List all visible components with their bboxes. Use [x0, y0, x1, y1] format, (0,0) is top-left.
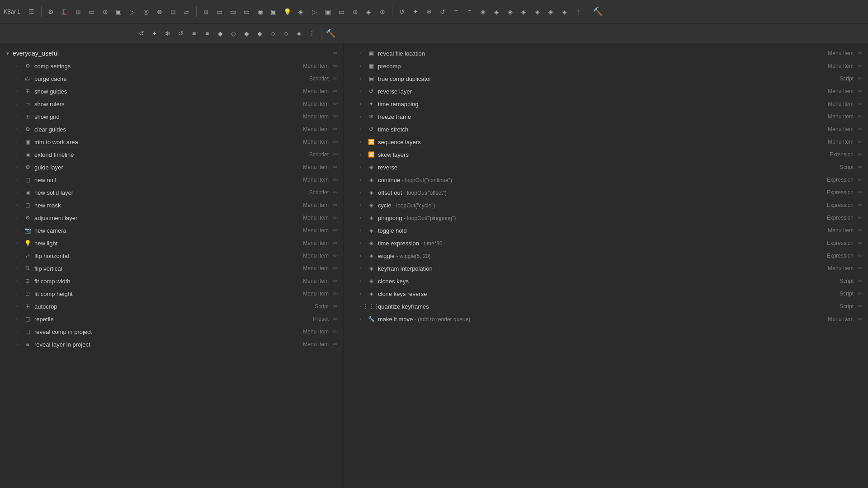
row-edit-icon[interactable] — [858, 177, 863, 183]
row-edit-icon[interactable] — [333, 126, 338, 132]
left-menu-row[interactable]: › ⊞ show grid Menu Item — [0, 110, 343, 123]
row-edit-icon[interactable] — [858, 265, 863, 272]
row-edit-icon[interactable] — [333, 75, 338, 82]
freeze2-icon[interactable]: ❄ — [162, 28, 174, 39]
row-edit-icon[interactable] — [333, 63, 338, 69]
row-edit-icon[interactable] — [858, 240, 863, 246]
loop4-icon[interactable]: ◈ — [518, 6, 530, 18]
row-edit-icon[interactable] — [858, 151, 863, 158]
row-edit-icon[interactable] — [858, 202, 863, 208]
row-edit-icon[interactable] — [333, 316, 338, 322]
shape-icon[interactable]: ▷ — [127, 6, 138, 18]
row-edit-icon[interactable] — [333, 139, 338, 145]
comp-icon[interactable]: ◎ — [140, 6, 152, 18]
row-edit-icon[interactable] — [333, 278, 338, 284]
mask3-icon[interactable]: ▭ — [227, 6, 239, 18]
diamond-icon[interactable]: ▱ — [181, 6, 193, 18]
hat-icon[interactable]: 🎩 — [59, 6, 71, 18]
row-edit-icon[interactable] — [858, 75, 863, 82]
row-edit-icon[interactable] — [858, 215, 863, 221]
row-edit-icon[interactable] — [333, 215, 338, 221]
left-menu-row[interactable]: › 📷 new camera Menu Item — [0, 224, 343, 237]
left-menu-row[interactable]: › ▣ extend timeline Scriptlet — [0, 148, 343, 161]
diamond2-icon[interactable]: ◆ — [214, 28, 226, 39]
play-icon[interactable]: ▷ — [309, 6, 321, 18]
right-menu-row[interactable]: › ◈ pingpong - loopOut("pingpong") Expre… — [344, 211, 868, 224]
left-menu-row[interactable]: › ⊞ show guides Menu Item — [0, 85, 343, 98]
mask2-icon[interactable]: ▭ — [214, 6, 226, 18]
row-edit-icon[interactable] — [858, 63, 863, 69]
key2-icon[interactable]: ◈ — [363, 6, 375, 18]
diamond7-icon[interactable]: ◇ — [280, 28, 292, 39]
row-edit-icon[interactable] — [333, 189, 338, 196]
undo2-icon[interactable]: ↺ — [136, 28, 147, 39]
left-menu-row[interactable]: › ▢ reveal comp in project Menu Item — [0, 325, 343, 338]
row-edit-icon[interactable] — [858, 126, 863, 132]
row-edit-icon[interactable] — [858, 303, 863, 310]
clock-icon[interactable]: ↺ — [437, 6, 448, 18]
left-menu-row[interactable]: › ⊡ fit comp height Menu Item — [0, 287, 343, 300]
left-menu-row[interactable]: › ⚙ adjustment layer Menu Item — [0, 211, 343, 224]
right-menu-row[interactable]: › ❄ freeze frame Menu Item — [344, 110, 868, 123]
loop7-icon[interactable]: ◈ — [559, 6, 571, 18]
row-edit-icon[interactable] — [333, 291, 338, 297]
add2-icon[interactable]: ⊕ — [377, 6, 388, 18]
row-edit-icon[interactable] — [333, 88, 338, 94]
right-menu-row[interactable]: › ◈ clone keys reverse Script — [344, 287, 868, 300]
row-edit-icon[interactable] — [333, 164, 338, 170]
square-icon[interactable]: ⊡ — [167, 6, 179, 18]
left-menu-row[interactable]: › ▢ new mask Menu Item — [0, 199, 343, 211]
key-icon[interactable]: ◈ — [295, 6, 307, 18]
right-menu-row[interactable]: › ◈ clones keys Script — [344, 275, 868, 287]
left-menu-row[interactable]: › 🗂 purge cache Scriptlet — [0, 72, 343, 85]
left-menu-row[interactable]: › ▣ trim to work area Menu Item — [0, 136, 343, 148]
left-menu-row[interactable]: › 💡 new light Menu Item — [0, 237, 343, 249]
comp2-icon[interactable]: ▣ — [322, 6, 334, 18]
right-menu-row[interactable]: › 🔀 skew layers Extension — [344, 148, 868, 161]
add-icon[interactable]: ⊕ — [349, 6, 361, 18]
seq1-icon[interactable]: ≡ — [450, 6, 462, 18]
bar-icon[interactable]: ▭ — [336, 6, 348, 18]
right-menu-row[interactable]: › ◈ wiggle - wiggle(5, 20) Expression — [344, 249, 868, 262]
dots2-icon[interactable]: ⋮ — [306, 28, 318, 39]
row-edit-icon[interactable] — [333, 240, 338, 246]
right-menu-row[interactable]: › ◈ keyfram interpolation Menu Item — [344, 262, 868, 275]
right-menu-row[interactable]: › ↺ time stretch Menu Item — [344, 123, 868, 136]
right-menu-row[interactable]: › ↺ reverse layer Menu Item — [344, 85, 868, 98]
seq2-icon[interactable]: ≡ — [464, 6, 476, 18]
hammer-icon[interactable]: 🔨 — [592, 6, 604, 18]
row-edit-icon[interactable] — [333, 202, 338, 208]
row-edit-icon[interactable] — [333, 341, 338, 347]
right-menu-row[interactable]: › ▣ reveal file location Menu Item — [344, 47, 868, 60]
right-menu-row[interactable]: › ◈ time expression - time*30 Expression — [344, 237, 868, 249]
seq3-icon[interactable]: ≡ — [188, 28, 200, 39]
left-menu-row[interactable]: › ⇅ flip vertical Menu Item — [0, 262, 343, 275]
left-menu-row[interactable]: › ⚙ comp settings Menu Item — [0, 60, 343, 72]
right-menu-row[interactable]: › ◈ reverse Script — [344, 161, 868, 174]
row-edit-icon[interactable] — [333, 303, 338, 310]
undo-icon[interactable]: ↺ — [396, 6, 408, 18]
wrench-icon[interactable]: 🔨 — [325, 28, 336, 39]
loop3-icon[interactable]: ◈ — [505, 6, 516, 18]
right-menu-row[interactable]: › ◈ cycle - loopOut("cycle") Expression — [344, 199, 868, 211]
row-edit-icon[interactable] — [333, 101, 338, 107]
right-menu-row[interactable]: › ▣ true comp duplicator Script — [344, 72, 868, 85]
group-edit-icon[interactable] — [333, 50, 338, 56]
row-edit-icon[interactable] — [858, 139, 863, 145]
diamond8-icon[interactable]: ◈ — [293, 28, 305, 39]
left-menu-row[interactable]: › ⚙ guide layer Menu Item — [0, 161, 343, 174]
row-edit-icon[interactable] — [333, 177, 338, 183]
left-menu-row[interactable]: › ⊞ autocrop Script — [0, 300, 343, 313]
loop1-icon[interactable]: ◈ — [477, 6, 489, 18]
right-menu-row[interactable]: › ▣ precomp Menu Item — [344, 60, 868, 72]
row-edit-icon[interactable] — [858, 291, 863, 297]
loop6-icon[interactable]: ◈ — [545, 6, 557, 18]
row-edit-icon[interactable] — [858, 101, 863, 107]
clock2-icon[interactable]: ↺ — [175, 28, 187, 39]
left-menu-row[interactable]: › ⊟ fit comp width Menu Item — [0, 275, 343, 287]
left-menu-row[interactable]: › ▢ new null Menu Item — [0, 174, 343, 186]
right-menu-row[interactable]: › ✦ time remapping Menu Item — [344, 98, 868, 110]
right-menu-row[interactable]: › ◈ toggle hold Menu Item — [344, 224, 868, 237]
right-menu-row[interactable]: › 🔀 sequence layers Menu Item — [344, 136, 868, 148]
loop5-icon[interactable]: ◈ — [532, 6, 543, 18]
